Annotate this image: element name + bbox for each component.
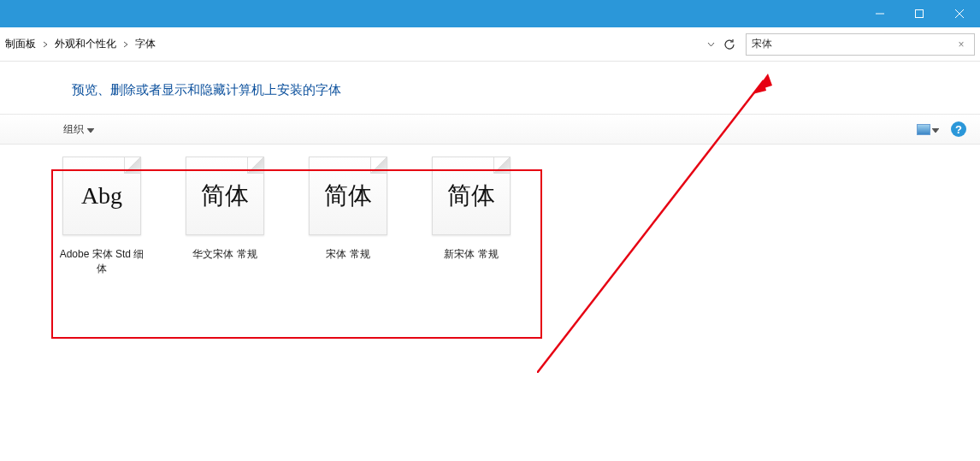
search-box[interactable]: × <box>746 33 975 56</box>
organize-button[interactable]: 组织 <box>60 121 97 139</box>
address-dropdown-button[interactable] <box>701 35 720 54</box>
font-grid: Abg Adobe 宋体 Std 细体 简体 华文宋体 常规 简体 宋体 常规 … <box>0 145 980 276</box>
font-label: 华文宋体 常规 <box>192 247 257 262</box>
minimize-button[interactable] <box>860 0 900 27</box>
maximize-button[interactable] <box>900 0 939 27</box>
breadcrumb[interactable]: 制面板 外观和个性化 字体 <box>0 33 698 56</box>
breadcrumb-item[interactable]: 制面板 <box>2 37 39 51</box>
font-preview-thumbnail: Abg <box>62 157 141 235</box>
titlebar <box>0 0 980 27</box>
breadcrumb-item[interactable]: 字体 <box>132 37 159 51</box>
font-preview-thumbnail: 简体 <box>432 157 511 235</box>
font-item[interactable]: 简体 宋体 常规 <box>303 157 393 276</box>
font-item[interactable]: 简体 新宋体 常规 <box>426 157 517 276</box>
address-controls <box>701 35 739 54</box>
address-bar-row: 制面板 外观和个性化 字体 × <box>0 27 980 62</box>
chevron-right-icon <box>120 41 132 48</box>
font-label: Adobe 宋体 Std 细体 <box>57 247 146 276</box>
font-item[interactable]: Abg Adobe 宋体 Std 细体 <box>56 157 147 276</box>
svg-rect-1 <box>916 10 924 18</box>
organize-label: 组织 <box>63 122 84 137</box>
font-label: 新宋体 常规 <box>444 247 498 262</box>
content-area: 预览、删除或者显示和隐藏计算机上安装的字体 组织 ? Abg Adobe 宋体 … <box>0 62 980 276</box>
chevron-right-icon <box>39 41 51 48</box>
help-button[interactable]: ? <box>951 121 966 137</box>
view-options-button[interactable] <box>917 123 939 135</box>
font-preview-thumbnail: 简体 <box>186 157 264 235</box>
toolbar: 组织 ? <box>0 114 980 145</box>
view-thumbnail-icon <box>917 124 930 135</box>
close-button[interactable] <box>939 0 980 27</box>
breadcrumb-item[interactable]: 外观和个性化 <box>51 37 120 51</box>
refresh-button[interactable] <box>720 35 739 54</box>
font-preview-thumbnail: 简体 <box>309 157 387 235</box>
page-heading: 预览、删除或者显示和隐藏计算机上安装的字体 <box>0 62 980 114</box>
svg-marker-4 <box>87 128 94 133</box>
svg-marker-5 <box>932 128 939 133</box>
search-input[interactable] <box>752 38 953 50</box>
font-label: 宋体 常规 <box>326 247 369 262</box>
chevron-down-icon <box>87 123 94 135</box>
font-item[interactable]: 简体 华文宋体 常规 <box>180 157 270 276</box>
chevron-down-icon <box>932 123 939 135</box>
clear-search-button[interactable]: × <box>953 37 969 52</box>
